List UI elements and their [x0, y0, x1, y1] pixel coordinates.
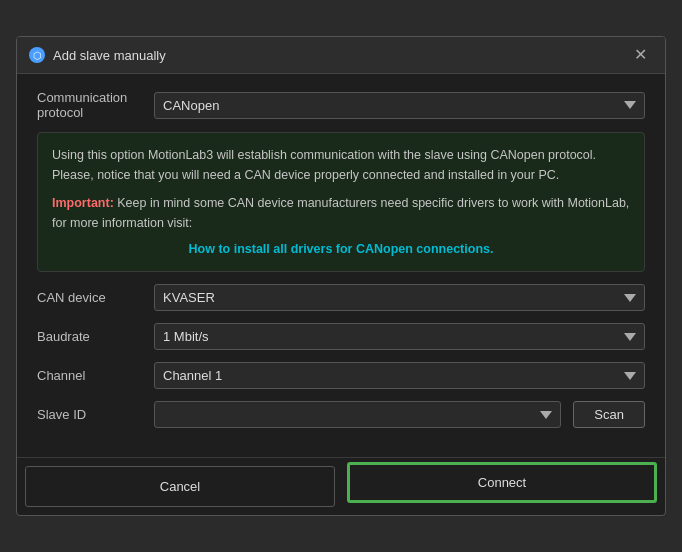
dialog: ⬡ Add slave manually ✕ Communication pro…: [16, 36, 666, 516]
comm-protocol-select[interactable]: CANopen: [154, 92, 645, 119]
spacer: [37, 440, 645, 441]
important-label: Important:: [52, 196, 114, 210]
info-box: Using this option MotionLab3 will establ…: [37, 132, 645, 272]
comm-protocol-row: Communication protocol CANopen: [37, 90, 645, 120]
baudrate-label: Baudrate: [37, 329, 142, 344]
dialog-title: Add slave manually: [53, 48, 166, 63]
slave-id-row: Slave ID Scan: [37, 401, 645, 428]
info-link-line: How to install all drivers for CANopen c…: [52, 239, 630, 259]
drivers-link[interactable]: How to install all drivers for CANopen c…: [189, 242, 494, 256]
title-bar: ⬡ Add slave manually ✕: [17, 37, 665, 74]
footer-inner: Cancel Connect: [17, 458, 665, 515]
connect-button[interactable]: Connect: [347, 462, 657, 503]
info-important: Important: Keep in mind some CAN device …: [52, 193, 630, 233]
can-device-label: CAN device: [37, 290, 142, 305]
dialog-content: Communication protocol CANopen Using thi…: [17, 74, 665, 457]
footer: Cancel Connect: [17, 457, 665, 515]
info-text-2: Keep in mind some CAN device manufacture…: [52, 196, 629, 230]
scan-button[interactable]: Scan: [573, 401, 645, 428]
can-device-select[interactable]: KVASER: [154, 284, 645, 311]
channel-label: Channel: [37, 368, 142, 383]
slave-id-select[interactable]: [154, 401, 561, 428]
cancel-button[interactable]: Cancel: [25, 466, 335, 507]
footer-cancel-wrap: Cancel: [17, 458, 343, 515]
can-device-row: CAN device KVASER: [37, 284, 645, 311]
title-bar-left: ⬡ Add slave manually: [29, 47, 166, 63]
info-text-1: Using this option MotionLab3 will establ…: [52, 145, 630, 185]
baudrate-row: Baudrate 1 Mbit/s: [37, 323, 645, 350]
comm-protocol-label: Communication protocol: [37, 90, 142, 120]
footer-connect-wrap: Connect: [343, 458, 665, 515]
close-button[interactable]: ✕: [628, 45, 653, 65]
channel-select[interactable]: Channel 1: [154, 362, 645, 389]
slave-id-label: Slave ID: [37, 407, 142, 422]
app-icon: ⬡: [29, 47, 45, 63]
baudrate-select[interactable]: 1 Mbit/s: [154, 323, 645, 350]
channel-row: Channel Channel 1: [37, 362, 645, 389]
